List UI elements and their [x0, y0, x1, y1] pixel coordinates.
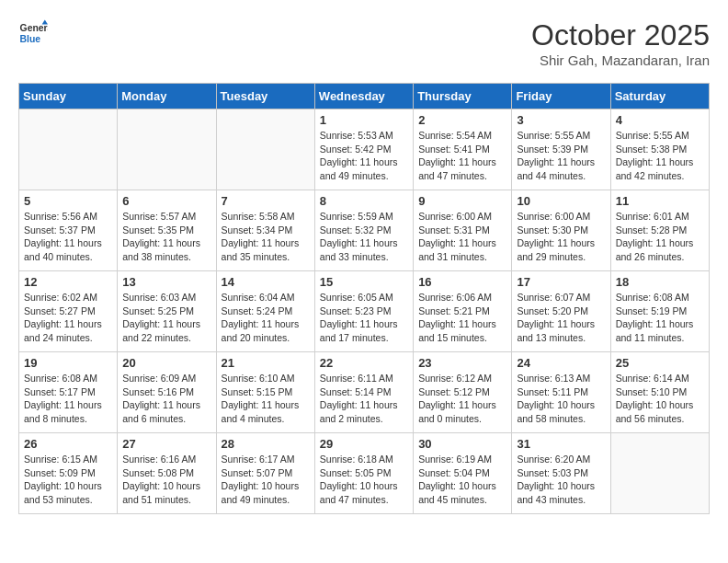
calendar-table: SundayMondayTuesdayWednesdayThursdayFrid…: [18, 83, 710, 514]
calendar-week-5: 26Sunrise: 6:15 AM Sunset: 5:09 PM Dayli…: [19, 433, 710, 514]
cell-details: Sunrise: 6:15 AM Sunset: 5:09 PM Dayligh…: [24, 453, 112, 507]
cell-details: Sunrise: 5:53 AM Sunset: 5:42 PM Dayligh…: [320, 129, 408, 183]
cell-details: Sunrise: 6:11 AM Sunset: 5:14 PM Dayligh…: [320, 372, 408, 426]
calendar-cell: 22Sunrise: 6:11 AM Sunset: 5:14 PM Dayli…: [314, 352, 413, 433]
calendar-cell: 1Sunrise: 5:53 AM Sunset: 5:42 PM Daylig…: [314, 109, 413, 190]
calendar-cell: 16Sunrise: 6:06 AM Sunset: 5:21 PM Dayli…: [414, 271, 512, 352]
day-number: 13: [122, 275, 210, 289]
calendar-cell: 17Sunrise: 6:07 AM Sunset: 5:20 PM Dayli…: [512, 271, 610, 352]
calendar-cell: 4Sunrise: 5:55 AM Sunset: 5:38 PM Daylig…: [610, 109, 709, 190]
calendar-cell: 8Sunrise: 5:59 AM Sunset: 5:32 PM Daylig…: [314, 190, 413, 271]
calendar-cell: [118, 109, 216, 190]
cell-details: Sunrise: 6:20 AM Sunset: 5:03 PM Dayligh…: [517, 453, 605, 507]
cell-details: Sunrise: 5:56 AM Sunset: 5:37 PM Dayligh…: [24, 210, 112, 264]
logo-icon: General Blue: [18, 18, 48, 48]
calendar-cell: [610, 433, 709, 514]
title-block: October 2025 Shir Gah, Mazandaran, Iran: [531, 18, 710, 68]
cell-details: Sunrise: 6:10 AM Sunset: 5:15 PM Dayligh…: [222, 372, 310, 426]
calendar-cell: 6Sunrise: 5:57 AM Sunset: 5:35 PM Daylig…: [118, 190, 216, 271]
day-number: 7: [222, 194, 310, 208]
calendar-cell: 31Sunrise: 6:20 AM Sunset: 5:03 PM Dayli…: [512, 433, 610, 514]
weekday-header-monday: Monday: [118, 84, 216, 109]
day-number: 23: [418, 356, 506, 370]
day-number: 11: [616, 194, 704, 208]
weekday-header-tuesday: Tuesday: [216, 84, 314, 109]
cell-details: Sunrise: 6:04 AM Sunset: 5:24 PM Dayligh…: [222, 291, 310, 345]
calendar-cell: 3Sunrise: 5:55 AM Sunset: 5:39 PM Daylig…: [512, 109, 610, 190]
calendar-week-4: 19Sunrise: 6:08 AM Sunset: 5:17 PM Dayli…: [19, 352, 710, 433]
page-header: General Blue October 2025 Shir Gah, Maza…: [18, 18, 710, 68]
calendar-cell: 14Sunrise: 6:04 AM Sunset: 5:24 PM Dayli…: [216, 271, 314, 352]
day-number: 31: [517, 437, 605, 451]
day-number: 27: [122, 437, 210, 451]
cell-details: Sunrise: 6:13 AM Sunset: 5:11 PM Dayligh…: [517, 372, 605, 426]
weekday-header-friday: Friday: [512, 84, 610, 109]
day-number: 18: [616, 275, 704, 289]
day-number: 21: [222, 356, 310, 370]
cell-details: Sunrise: 5:57 AM Sunset: 5:35 PM Dayligh…: [122, 210, 210, 264]
day-number: 8: [320, 194, 408, 208]
location-subtitle: Shir Gah, Mazandaran, Iran: [531, 52, 710, 68]
month-title: October 2025: [531, 18, 710, 52]
calendar-cell: 10Sunrise: 6:00 AM Sunset: 5:30 PM Dayli…: [512, 190, 610, 271]
cell-details: Sunrise: 6:02 AM Sunset: 5:27 PM Dayligh…: [24, 291, 112, 345]
cell-details: Sunrise: 6:09 AM Sunset: 5:16 PM Dayligh…: [122, 372, 210, 426]
calendar-cell: 30Sunrise: 6:19 AM Sunset: 5:04 PM Dayli…: [414, 433, 512, 514]
day-number: 25: [616, 356, 704, 370]
weekday-header-thursday: Thursday: [414, 84, 512, 109]
calendar-cell: 7Sunrise: 5:58 AM Sunset: 5:34 PM Daylig…: [216, 190, 314, 271]
day-number: 4: [616, 113, 704, 127]
day-number: 20: [122, 356, 210, 370]
calendar-cell: 18Sunrise: 6:08 AM Sunset: 5:19 PM Dayli…: [610, 271, 709, 352]
calendar-cell: 12Sunrise: 6:02 AM Sunset: 5:27 PM Dayli…: [19, 271, 118, 352]
calendar-cell: [216, 109, 314, 190]
calendar-cell: 26Sunrise: 6:15 AM Sunset: 5:09 PM Dayli…: [19, 433, 118, 514]
cell-details: Sunrise: 6:08 AM Sunset: 5:19 PM Dayligh…: [616, 291, 704, 345]
svg-marker-2: [42, 20, 48, 25]
calendar-cell: 15Sunrise: 6:05 AM Sunset: 5:23 PM Dayli…: [314, 271, 413, 352]
day-number: 26: [24, 437, 112, 451]
cell-details: Sunrise: 5:55 AM Sunset: 5:38 PM Dayligh…: [616, 129, 704, 183]
cell-details: Sunrise: 5:55 AM Sunset: 5:39 PM Dayligh…: [517, 129, 605, 183]
day-number: 6: [122, 194, 210, 208]
calendar-cell: 20Sunrise: 6:09 AM Sunset: 5:16 PM Dayli…: [118, 352, 216, 433]
calendar-cell: 27Sunrise: 6:16 AM Sunset: 5:08 PM Dayli…: [118, 433, 216, 514]
calendar-cell: 19Sunrise: 6:08 AM Sunset: 5:17 PM Dayli…: [19, 352, 118, 433]
calendar-cell: 9Sunrise: 6:00 AM Sunset: 5:31 PM Daylig…: [414, 190, 512, 271]
cell-details: Sunrise: 6:01 AM Sunset: 5:28 PM Dayligh…: [616, 210, 704, 264]
calendar-cell: 2Sunrise: 5:54 AM Sunset: 5:41 PM Daylig…: [414, 109, 512, 190]
cell-details: Sunrise: 6:00 AM Sunset: 5:30 PM Dayligh…: [517, 210, 605, 264]
calendar-cell: 13Sunrise: 6:03 AM Sunset: 5:25 PM Dayli…: [118, 271, 216, 352]
calendar-cell: 29Sunrise: 6:18 AM Sunset: 5:05 PM Dayli…: [314, 433, 413, 514]
calendar-week-3: 12Sunrise: 6:02 AM Sunset: 5:27 PM Dayli…: [19, 271, 710, 352]
cell-details: Sunrise: 6:03 AM Sunset: 5:25 PM Dayligh…: [122, 291, 210, 345]
day-number: 19: [24, 356, 112, 370]
day-number: 22: [320, 356, 408, 370]
day-number: 9: [418, 194, 506, 208]
cell-details: Sunrise: 5:54 AM Sunset: 5:41 PM Dayligh…: [418, 129, 506, 183]
calendar-week-1: 1Sunrise: 5:53 AM Sunset: 5:42 PM Daylig…: [19, 109, 710, 190]
day-number: 10: [517, 194, 605, 208]
weekday-header-saturday: Saturday: [610, 84, 709, 109]
calendar-cell: 5Sunrise: 5:56 AM Sunset: 5:37 PM Daylig…: [19, 190, 118, 271]
calendar-cell: 23Sunrise: 6:12 AM Sunset: 5:12 PM Dayli…: [414, 352, 512, 433]
day-number: 28: [222, 437, 310, 451]
day-number: 2: [418, 113, 506, 127]
day-number: 14: [222, 275, 310, 289]
calendar-cell: 21Sunrise: 6:10 AM Sunset: 5:15 PM Dayli…: [216, 352, 314, 433]
calendar-cell: 11Sunrise: 6:01 AM Sunset: 5:28 PM Dayli…: [610, 190, 709, 271]
day-number: 5: [24, 194, 112, 208]
day-number: 16: [418, 275, 506, 289]
day-number: 17: [517, 275, 605, 289]
weekday-header-row: SundayMondayTuesdayWednesdayThursdayFrid…: [19, 84, 710, 109]
cell-details: Sunrise: 6:06 AM Sunset: 5:21 PM Dayligh…: [418, 291, 506, 345]
cell-details: Sunrise: 6:05 AM Sunset: 5:23 PM Dayligh…: [320, 291, 408, 345]
svg-text:General: General: [20, 23, 48, 33]
calendar-cell: 24Sunrise: 6:13 AM Sunset: 5:11 PM Dayli…: [512, 352, 610, 433]
cell-details: Sunrise: 6:16 AM Sunset: 5:08 PM Dayligh…: [122, 453, 210, 507]
cell-details: Sunrise: 6:08 AM Sunset: 5:17 PM Dayligh…: [24, 372, 112, 426]
cell-details: Sunrise: 6:18 AM Sunset: 5:05 PM Dayligh…: [320, 453, 408, 507]
logo: General Blue: [18, 18, 48, 48]
svg-text:Blue: Blue: [20, 34, 41, 44]
cell-details: Sunrise: 6:19 AM Sunset: 5:04 PM Dayligh…: [418, 453, 506, 507]
